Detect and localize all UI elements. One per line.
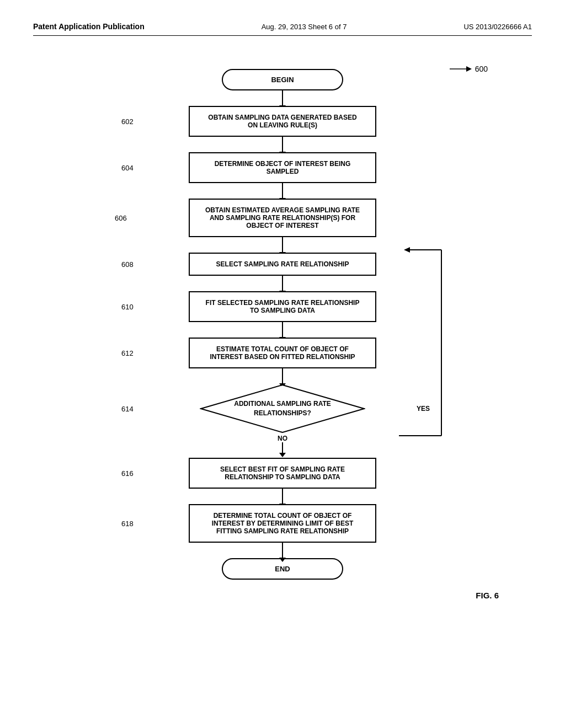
label-612: 612 <box>121 349 134 357</box>
node-612-row: 612 ESTIMATE TOTAL COUNT OF OBJECT OFINT… <box>33 338 532 368</box>
arrow-1 <box>282 90 283 106</box>
date-sheet-label: Aug. 29, 2013 Sheet 6 of 7 <box>262 23 347 31</box>
node-616-row: 616 SELECT BEST FIT OF SAMPLING RATERELA… <box>33 458 532 489</box>
node-602: OBTAIN SAMPLING DATA GENERATED BASEDON L… <box>189 106 376 137</box>
diamond-text: ADDITIONAL SAMPLING RATERELATIONSHIPS? <box>234 399 331 418</box>
fig-label: FIG. 6 <box>476 591 499 600</box>
publication-label: Patent Application Publication <box>33 22 145 31</box>
node-602-row: 602 OBTAIN SAMPLING DATA GENERATED BASED… <box>33 106 532 137</box>
node-606: OBTAIN ESTIMATED AVERAGE SAMPLING RATEAN… <box>189 199 376 237</box>
label-614: 614 <box>121 405 134 413</box>
label-610: 610 <box>121 303 134 311</box>
begin-node: BEGIN <box>222 69 343 90</box>
node-614-diamond: ADDITIONAL SAMPLING RATERELATIONSHIPS? <box>200 384 365 433</box>
label-608: 608 <box>121 260 134 269</box>
node-616: SELECT BEST FIT OF SAMPLING RATERELATION… <box>189 458 376 489</box>
begin-node-row: BEGIN <box>33 69 532 90</box>
node-614-row: 614 ADDITIONAL SAMPLING RATERELATIONSHIP… <box>33 384 532 433</box>
node-604: DETERMINE OBJECT OF INTEREST BEINGSAMPLE… <box>189 152 376 183</box>
page: Patent Application Publication Aug. 29, … <box>0 0 565 728</box>
arrow-4 <box>282 237 283 253</box>
node-606-row: 606 OBTAIN ESTIMATED AVERAGE SAMPLING RA… <box>33 199 532 237</box>
node-610: FIT SELECTED SAMPLING RATE RELATIONSHIPT… <box>189 291 376 322</box>
label-618: 618 <box>121 520 134 528</box>
yes-label: YES <box>417 405 430 413</box>
node-610-row: 610 FIT SELECTED SAMPLING RATE RELATIONS… <box>33 291 532 322</box>
arrow-10 <box>282 543 283 558</box>
label-616: 616 <box>121 469 134 478</box>
arrow-9 <box>282 489 283 504</box>
arrow-3 <box>282 183 283 199</box>
no-branch: NO <box>33 433 532 453</box>
arrow-7 <box>282 368 283 384</box>
no-label: NO <box>278 435 287 442</box>
label-602: 602 <box>121 117 134 126</box>
node-618-row: 618 DETERMINE TOTAL COUNT OF OBJECT OFIN… <box>33 504 532 543</box>
arrow-8 <box>282 442 283 453</box>
label-606: 606 <box>115 214 127 222</box>
node-612: ESTIMATE TOTAL COUNT OF OBJECT OFINTERES… <box>189 338 376 368</box>
label-604: 604 <box>121 164 134 172</box>
node-608-row: 608 SELECT SAMPLING RATE RELATIONSHIP <box>33 253 532 276</box>
node-618: DETERMINE TOTAL COUNT OF OBJECT OFINTERE… <box>189 504 376 543</box>
arrow-6 <box>282 322 283 338</box>
page-header: Patent Application Publication Aug. 29, … <box>33 22 532 36</box>
node-608: SELECT SAMPLING RATE RELATIONSHIP <box>189 253 376 276</box>
node-604-row: 604 DETERMINE OBJECT OF INTEREST BEINGSA… <box>33 152 532 183</box>
arrow-5 <box>282 276 283 291</box>
patent-number-label: US 2013/0226666 A1 <box>463 23 532 31</box>
arrow-2 <box>282 137 283 152</box>
